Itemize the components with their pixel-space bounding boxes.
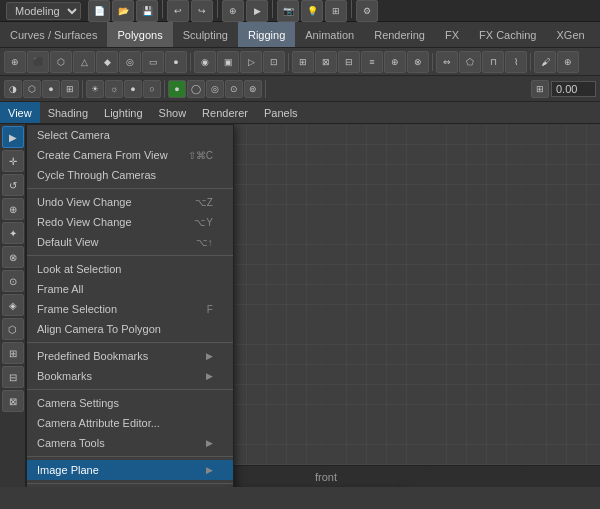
disk-icon[interactable]: ● <box>165 51 187 73</box>
measure-tool[interactable]: ⊠ <box>2 390 24 412</box>
tab-polygons[interactable]: Polygons <box>107 22 172 47</box>
open-file-icon[interactable]: 📂 <box>112 0 134 22</box>
tab-rigging[interactable]: Rigging <box>238 22 295 47</box>
snap-edge-tool[interactable]: ⊞ <box>2 342 24 364</box>
tool4-icon[interactable]: ≡ <box>361 51 383 73</box>
light1-icon[interactable]: ☀ <box>86 80 104 98</box>
grid-icon[interactable]: ⊞ <box>325 0 347 22</box>
view-menu-view[interactable]: View <box>0 102 40 123</box>
nurbs-cone-icon[interactable]: ▷ <box>240 51 262 73</box>
snap-icon[interactable]: ⊕ <box>222 0 244 22</box>
menu-item-undo-view-change[interactable]: Undo View Change⌥Z <box>27 192 233 212</box>
circle2-icon[interactable]: ◎ <box>206 80 224 98</box>
sphere-icon[interactable]: ⊕ <box>4 51 26 73</box>
save-icon[interactable]: 💾 <box>136 0 158 22</box>
submenu-arrow-icon: ▶ <box>206 351 213 361</box>
view-menu-renderer[interactable]: Renderer <box>194 102 256 123</box>
view-menu-show[interactable]: Show <box>151 102 195 123</box>
bridge-icon[interactable]: ⊓ <box>482 51 504 73</box>
redo-icon[interactable]: ↪ <box>191 0 213 22</box>
plane-icon[interactable]: ▭ <box>142 51 164 73</box>
green-dot-icon[interactable]: ● <box>168 80 186 98</box>
tab-cy[interactable]: cy <box>595 22 600 47</box>
rotate-tool[interactable]: ↺ <box>2 174 24 196</box>
view-menu-panels[interactable]: Panels <box>256 102 306 123</box>
circle3-icon[interactable]: ⊙ <box>225 80 243 98</box>
submenu-arrow-icon: ▶ <box>206 465 213 475</box>
light-icon[interactable]: 💡 <box>301 0 323 22</box>
universal-manip-tool[interactable]: ✦ <box>2 222 24 244</box>
tab-animation[interactable]: Animation <box>295 22 364 47</box>
paint-sel-tool[interactable]: ◈ <box>2 294 24 316</box>
nurbs-sphere-icon[interactable]: ◉ <box>194 51 216 73</box>
menu-item-label: Cycle Through Cameras <box>37 169 156 181</box>
view-menu-lighting[interactable]: Lighting <box>96 102 151 123</box>
scale-tool[interactable]: ⊕ <box>2 198 24 220</box>
value-input[interactable] <box>551 81 596 97</box>
smooth-icon[interactable]: ⌇ <box>505 51 527 73</box>
nurbs-cylinder-icon[interactable]: ⊡ <box>263 51 285 73</box>
bevel-icon[interactable]: ⬠ <box>459 51 481 73</box>
cylinder-icon[interactable]: ⬡ <box>50 51 72 73</box>
menu-item-default-view[interactable]: Default View⌥↑ <box>27 232 233 252</box>
light2-icon[interactable]: ☼ <box>105 80 123 98</box>
view-menu-shading[interactable]: Shading <box>40 102 96 123</box>
tool1-icon[interactable]: ⊞ <box>292 51 314 73</box>
smooth-shade-icon[interactable]: ● <box>42 80 60 98</box>
tool3-icon[interactable]: ⊟ <box>338 51 360 73</box>
menu-item-predefined-bookmarks[interactable]: Predefined Bookmarks▶ <box>27 346 233 366</box>
menu-item-label: Frame All <box>37 283 83 295</box>
diamond-icon[interactable]: ◆ <box>96 51 118 73</box>
menu-item-look-at-selection[interactable]: Look at Selection <box>27 259 233 279</box>
tab-fx-caching[interactable]: FX Caching <box>469 22 546 47</box>
settings-icon[interactable]: ⚙ <box>356 0 378 22</box>
menu-item-align-camera-to-polygon[interactable]: Align Camera To Polygon <box>27 319 233 339</box>
tab-rendering[interactable]: Rendering <box>364 22 435 47</box>
menu-item-frame-selection[interactable]: Frame SelectionF <box>27 299 233 319</box>
undo-icon[interactable]: ↩ <box>167 0 189 22</box>
uv-icon[interactable]: ⊕ <box>557 51 579 73</box>
menu-item-create-camera-from-view[interactable]: Create Camera From View⇧⌘C <box>27 145 233 165</box>
circle1-icon[interactable]: ◯ <box>187 80 205 98</box>
resolution-icon[interactable]: ⊞ <box>531 80 549 98</box>
texture-icon[interactable]: ⊞ <box>61 80 79 98</box>
menu-item-image-plane[interactable]: Image Plane▶ <box>27 460 233 480</box>
menu-item-select-camera[interactable]: Select Camera <box>27 125 233 145</box>
shading-icon[interactable]: ◑ <box>4 80 22 98</box>
tab-xgen[interactable]: XGen <box>547 22 595 47</box>
mirror-icon[interactable]: ⇔ <box>436 51 458 73</box>
tab-curves-surfaces[interactable]: Curves / Surfaces <box>0 22 107 47</box>
menu-item-camera-settings[interactable]: Camera Settings <box>27 393 233 413</box>
tool5-icon[interactable]: ⊕ <box>384 51 406 73</box>
menu-item-camera-tools[interactable]: Camera Tools▶ <box>27 433 233 453</box>
menu-item-redo-view-change[interactable]: Redo View Change⌥Y <box>27 212 233 232</box>
circle4-icon[interactable]: ⊚ <box>244 80 262 98</box>
mode-dropdown[interactable]: Modeling <box>6 2 81 20</box>
cube-icon[interactable]: ⬛ <box>27 51 49 73</box>
menu-item-cycle-through-cameras[interactable]: Cycle Through Cameras <box>27 165 233 185</box>
camera-icon[interactable]: 📷 <box>277 0 299 22</box>
menu-item-frame-all[interactable]: Frame All <box>27 279 233 299</box>
tool6-icon[interactable]: ⊗ <box>407 51 429 73</box>
light4-icon[interactable]: ○ <box>143 80 161 98</box>
tool2-icon[interactable]: ⊠ <box>315 51 337 73</box>
lasso-tool[interactable]: ⊙ <box>2 270 24 292</box>
snap-face-tool[interactable]: ⊟ <box>2 366 24 388</box>
new-file-icon[interactable]: 📄 <box>88 0 110 22</box>
wireframe-icon[interactable]: ⬡ <box>23 80 41 98</box>
move-tool[interactable]: ✛ <box>2 150 24 172</box>
render-icon[interactable]: ▶ <box>246 0 268 22</box>
cone-icon[interactable]: △ <box>73 51 95 73</box>
tab-sculpting[interactable]: Sculpting <box>173 22 238 47</box>
menu-item-bookmarks[interactable]: Bookmarks▶ <box>27 366 233 386</box>
viewport[interactable]: Select CameraCreate Camera From View⇧⌘CC… <box>26 124 600 487</box>
select-tool[interactable]: ▶ <box>2 126 24 148</box>
snap-point-tool[interactable]: ⬡ <box>2 318 24 340</box>
torus-icon[interactable]: ◎ <box>119 51 141 73</box>
nurbs-cube-icon[interactable]: ▣ <box>217 51 239 73</box>
light3-icon[interactable]: ● <box>124 80 142 98</box>
tab-fx[interactable]: FX <box>435 22 469 47</box>
menu-item-camera-attribute-editor[interactable]: Camera Attribute Editor... <box>27 413 233 433</box>
soft-select-tool[interactable]: ⊗ <box>2 246 24 268</box>
paint-icon[interactable]: 🖌 <box>534 51 556 73</box>
